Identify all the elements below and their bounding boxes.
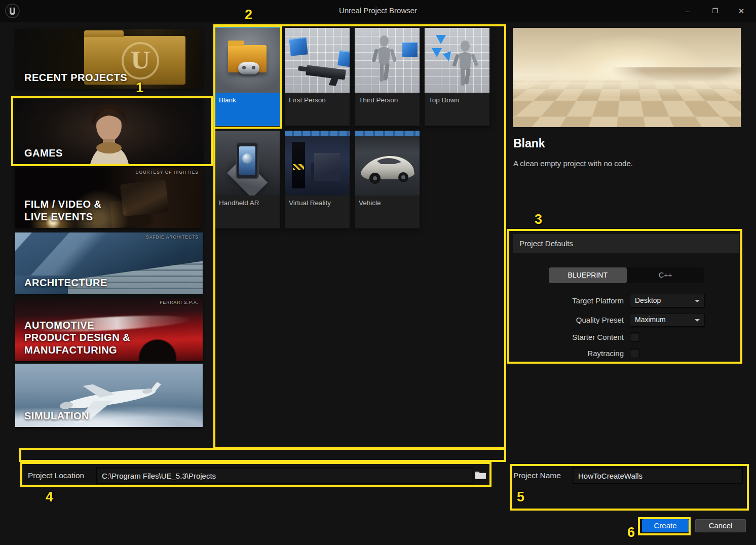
- category-label: GAMES: [24, 147, 63, 159]
- titlebar: Unreal Project Browser – ❐ ✕: [0, 0, 756, 22]
- target-platform-dropdown[interactable]: Desktop: [630, 294, 705, 307]
- project-location-label: Project Location: [28, 471, 84, 480]
- category-film-video[interactable]: COURTESY OF HIGH RES FILM / VIDEO & LIVE…: [15, 168, 203, 228]
- vehicle-thumbnail: [355, 131, 420, 196]
- target-platform-value: Desktop: [635, 296, 661, 304]
- selected-template-title: Blank: [513, 137, 545, 150]
- maximize-button[interactable]: ❐: [705, 4, 725, 18]
- category-recent-projects[interactable]: U RECENT PROJECTS: [15, 29, 203, 89]
- gamepad-icon: [238, 62, 259, 74]
- photo-credit: SAFDIE ARCHITECTS: [146, 235, 199, 240]
- unreal-logo-icon: [5, 3, 20, 19]
- virtual-reality-thumbnail: [285, 131, 350, 196]
- third-person-thumbnail: [355, 28, 420, 93]
- annotation-number-6: 6: [627, 525, 635, 540]
- raytracing-checkbox[interactable]: [630, 348, 639, 358]
- annotation-number-4: 4: [46, 489, 53, 505]
- unreal-project-browser-window: Unreal Project Browser – ❐ ✕ U RECENT PR…: [0, 0, 756, 545]
- category-simulation[interactable]: SIMULATION: [15, 364, 203, 427]
- template-label: Virtual Reality: [285, 196, 350, 228]
- window-title: Unreal Project Browser: [339, 6, 417, 15]
- project-location-input[interactable]: [96, 468, 473, 484]
- template-label: Handheld AR: [215, 196, 280, 228]
- category-games[interactable]: GAMES: [15, 99, 203, 164]
- category-label: FILM / VIDEO & LIVE EVENTS: [24, 198, 102, 223]
- template-label: Blank: [215, 93, 280, 126]
- blank-template-thumbnail: [215, 28, 280, 93]
- selected-template-description: A clean empty project with no code.: [513, 159, 633, 168]
- category-label: SIMULATION: [24, 410, 89, 422]
- template-label: First Person: [285, 93, 350, 126]
- category-label: ARCHITECTURE: [24, 277, 107, 289]
- project-defaults-header: Project Defaults: [513, 234, 739, 253]
- project-name-input[interactable]: [573, 468, 743, 484]
- gun-silhouette: [306, 65, 346, 80]
- raytracing-label: Raytracing: [513, 346, 624, 360]
- quality-preset-dropdown[interactable]: Maximum: [630, 313, 705, 327]
- project-defaults-panel: Project Defaults BLUEPRINT C++ Target Pl…: [513, 234, 739, 361]
- language-segmented-control: BLUEPRINT C++: [549, 267, 704, 283]
- template-top-down[interactable]: Top Down: [425, 28, 489, 126]
- annotation-box-4-strip: [19, 448, 506, 462]
- unreal-watermark-icon: U: [122, 42, 159, 80]
- blueprint-tab[interactable]: BLUEPRINT: [549, 267, 627, 283]
- photo-credit: FERRARI S.P.A.: [160, 300, 199, 305]
- quality-preset-value: Maximum: [635, 316, 666, 324]
- template-label: Third Person: [355, 93, 420, 126]
- category-automotive[interactable]: FERRARI S.P.A. AUTOMOTIVE PRODUCT DESIGN…: [15, 298, 203, 361]
- template-label: Vehicle: [355, 196, 420, 228]
- category-architecture[interactable]: SAFDIE ARCHITECTS ARCHITECTURE: [15, 232, 203, 294]
- top-down-thumbnail: [425, 28, 489, 93]
- template-handheld-ar[interactable]: Handheld AR: [215, 131, 280, 228]
- chevron-down-icon: [695, 300, 700, 302]
- minimize-button[interactable]: –: [678, 4, 697, 18]
- annotation-number-5: 5: [517, 489, 524, 505]
- category-label: AUTOMOTIVE PRODUCT DESIGN & MANUFACTURIN…: [24, 319, 130, 356]
- phone-icon: [236, 142, 259, 179]
- template-label: Top Down: [425, 93, 489, 126]
- project-name-label: Project Name: [513, 471, 561, 480]
- template-vehicle[interactable]: Vehicle: [355, 131, 420, 228]
- target-platform-label: Target Platform: [513, 294, 624, 307]
- template-virtual-reality[interactable]: Virtual Reality: [285, 131, 350, 228]
- template-third-person[interactable]: Third Person: [355, 28, 420, 126]
- quality-preset-label: Quality Preset: [513, 313, 624, 327]
- chevron-down-icon: [695, 319, 700, 322]
- close-button[interactable]: ✕: [732, 4, 751, 18]
- template-preview-image: [513, 28, 741, 127]
- category-label: RECENT PROJECTS: [24, 71, 127, 84]
- browse-folder-button[interactable]: [474, 470, 487, 481]
- first-person-thumbnail: [285, 28, 350, 93]
- cpp-tab[interactable]: C++: [627, 267, 705, 283]
- template-blank[interactable]: Blank: [215, 28, 280, 126]
- starter-content-checkbox[interactable]: [630, 332, 639, 342]
- cancel-button[interactable]: Cancel: [695, 519, 746, 532]
- template-first-person[interactable]: First Person: [285, 28, 350, 126]
- handheld-ar-thumbnail: [215, 131, 280, 196]
- photo-credit: COURTESY OF HIGH RES: [135, 170, 199, 175]
- annotation-number-3: 3: [535, 212, 542, 227]
- starter-content-label: Starter Content: [513, 330, 624, 344]
- create-button[interactable]: Create: [642, 519, 689, 532]
